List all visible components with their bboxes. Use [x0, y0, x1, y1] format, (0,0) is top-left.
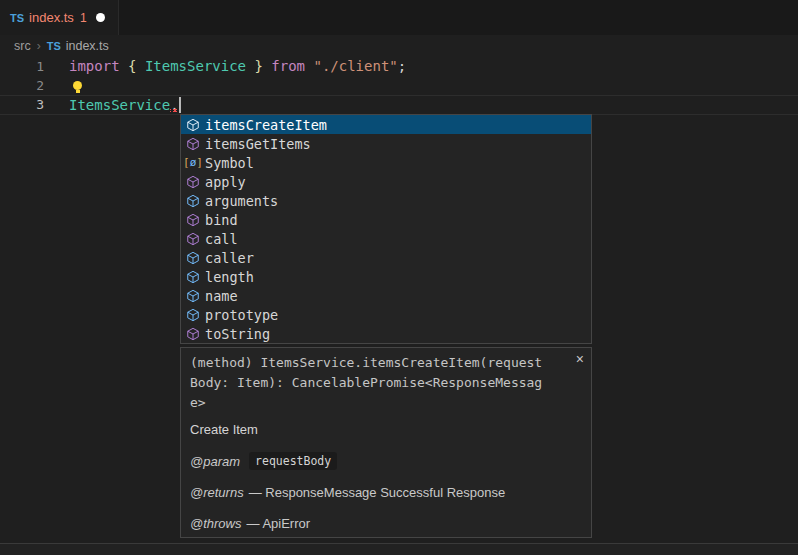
jsdoc-tag: @throws: [190, 516, 242, 531]
code-text: ItemsService.: [69, 96, 181, 114]
suggest-item-Symbol[interactable]: [ø]Symbol: [181, 153, 591, 172]
suggest-item-call[interactable]: call: [181, 229, 591, 248]
chevron-right-icon: ›: [37, 39, 41, 53]
symbol-field-icon: [184, 193, 202, 209]
code-token: "./client": [313, 58, 397, 74]
symbol-field-icon: [184, 269, 202, 285]
symbol-method-icon: [184, 212, 202, 228]
bottom-band: [0, 544, 798, 555]
symbol-method-icon: [184, 136, 202, 152]
line-number: 3: [0, 96, 44, 114]
signature-line: Body: Item): CancelablePromise<ResponseM…: [190, 373, 570, 393]
tag-description: — ResponseMessage Successful Response: [249, 485, 506, 500]
symbol-field-icon: [184, 307, 202, 323]
suggest-item-arguments[interactable]: arguments: [181, 191, 591, 210]
tab-error-count-badge: 1: [80, 11, 87, 25]
line-number: 1: [0, 57, 44, 76]
suggest-item-itemsCreateItem[interactable]: itemsCreateItem: [181, 115, 591, 134]
symbol-method-icon: [184, 117, 202, 133]
code-text: import { ItemsService } from "./client";: [69, 57, 406, 76]
code-token: from: [263, 58, 314, 74]
lightbulb-icon[interactable]: [73, 81, 82, 90]
symbol-field-icon: [184, 250, 202, 266]
symbol-method-icon: [184, 174, 202, 190]
param-name-chip: requestBody: [249, 452, 337, 470]
signature-line: (method) ItemsService.itemsCreateItem(re…: [190, 353, 570, 373]
typescript-file-icon: TS: [47, 40, 61, 52]
symbol-method-icon: [184, 326, 202, 342]
breadcrumb-folder[interactable]: src: [14, 39, 31, 53]
symbol-misc-icon: [ø]: [184, 155, 202, 171]
suggest-item-apply[interactable]: apply: [181, 172, 591, 191]
code-token: {: [128, 58, 145, 74]
code-token-error: .: [170, 97, 178, 113]
line-number: 2: [0, 76, 44, 95]
suggest-item-prototype[interactable]: prototype: [181, 305, 591, 324]
code-token: import: [69, 58, 128, 74]
tag-description: — ApiError: [247, 516, 311, 531]
code-text: [73, 76, 82, 95]
suggest-item-label: itemsCreateItem: [205, 117, 327, 133]
suggest-item-label: prototype: [205, 307, 278, 323]
suggest-item-itemsGetItems[interactable]: itemsGetItems: [181, 134, 591, 153]
suggest-item-label: toString: [205, 326, 270, 342]
doc-tag-param: @paramrequestBody: [190, 452, 337, 470]
suggest-item-label: caller: [205, 250, 254, 266]
typescript-file-icon: TS: [10, 12, 24, 24]
autocomplete-suggest-widget: itemsCreateItemitemsGetItems[ø]Symbolapp…: [180, 114, 592, 344]
suggest-item-name[interactable]: name: [181, 286, 591, 305]
suggest-item-bind[interactable]: bind: [181, 210, 591, 229]
suggest-item-label: name: [205, 288, 238, 304]
suggest-item-label: length: [205, 269, 254, 285]
doc-tag-throws: @throws— ApiError: [190, 516, 310, 531]
code-token: }: [246, 58, 263, 74]
signature-line: e>: [190, 393, 570, 413]
suggest-item-label: Symbol: [205, 155, 254, 171]
suggest-item-label: bind: [205, 212, 238, 228]
code-line-3-current[interactable]: 3 ItemsService.: [0, 95, 798, 115]
breadcrumb: src › TS index.ts: [0, 35, 798, 57]
tab-bar: TS index.ts 1: [0, 0, 798, 35]
breadcrumb-file[interactable]: index.ts: [66, 39, 109, 53]
text-cursor: [179, 97, 181, 113]
jsdoc-tag: @returns: [190, 485, 244, 500]
doc-summary: Create Item: [190, 422, 258, 437]
suggest-item-caller[interactable]: caller: [181, 248, 591, 267]
symbol-field-icon: [184, 288, 202, 304]
method-signature: (method) ItemsService.itemsCreateItem(re…: [190, 353, 570, 413]
suggest-item-label: call: [205, 231, 238, 247]
code-token: ItemsService: [69, 97, 170, 113]
suggest-item-toString[interactable]: toString: [181, 324, 591, 343]
suggest-item-length[interactable]: length: [181, 267, 591, 286]
tab-title: index.ts: [29, 10, 74, 25]
code-line-1[interactable]: 1 import { ItemsService } from "./client…: [0, 57, 798, 76]
suggest-item-label: arguments: [205, 193, 278, 209]
code-token: ItemsService: [145, 58, 246, 74]
symbol-method-icon: [184, 231, 202, 247]
doc-tag-returns: @returns— ResponseMessage Successful Res…: [190, 485, 505, 500]
suggest-details-panel: (method) ItemsService.itemsCreateItem(re…: [180, 347, 592, 538]
code-token: ;: [398, 58, 406, 74]
suggest-item-label: itemsGetItems: [205, 136, 311, 152]
code-line-2[interactable]: 2: [0, 76, 798, 95]
close-icon[interactable]: ×: [576, 352, 584, 366]
suggest-item-label: apply: [205, 174, 246, 190]
tab-index-ts[interactable]: TS index.ts 1: [0, 0, 119, 35]
unsaved-changes-dot-icon[interactable]: [96, 13, 105, 22]
jsdoc-tag: @param: [190, 454, 240, 469]
